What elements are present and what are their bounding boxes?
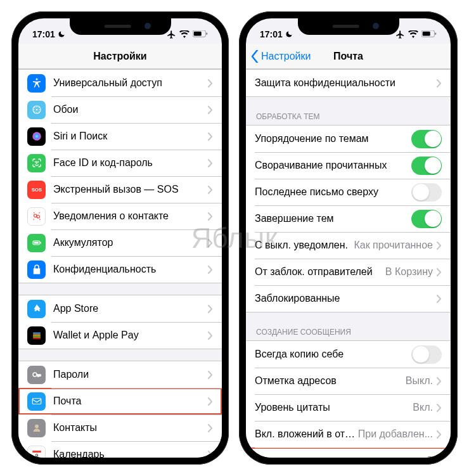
svg-rect-1 — [194, 32, 202, 36]
svg-point-9 — [37, 215, 40, 219]
settings-row-wallet[interactable]: Wallet и Apple Pay — [18, 322, 222, 349]
mail-settings-list[interactable]: Защита конфиденциальностиОБРАБОТКА ТЕМУп… — [246, 69, 451, 458]
row-label: Заблокированные — [255, 293, 437, 304]
row-label: Универсальный доступ — [53, 77, 208, 89]
row-label: Siri и Поиск — [53, 131, 208, 142]
toggle-switch[interactable] — [411, 157, 442, 175]
mail-row[interactable]: Подпись5 — [246, 447, 451, 458]
mail-icon — [27, 392, 46, 411]
status-time: 17:01 — [32, 29, 55, 39]
svg-rect-15 — [33, 337, 41, 338]
airplane-icon — [395, 30, 405, 39]
exposure-icon — [27, 207, 46, 226]
settings-row-exposure[interactable]: Уведомления о контакте — [18, 203, 222, 229]
mail-row[interactable]: Всегда копию себе — [246, 341, 451, 368]
row-detail: При добавлен... — [358, 428, 433, 440]
accessibility-icon — [27, 74, 46, 93]
row-label: App Store — [53, 303, 208, 314]
battery-icon — [421, 30, 437, 38]
section-header: СОЗДАНИЕ СООБЩЕНИЯ — [246, 324, 451, 340]
chevron-right-icon — [208, 132, 213, 141]
chevron-right-icon — [208, 106, 213, 114]
chevron-right-icon — [437, 268, 442, 276]
svg-point-5 — [35, 109, 37, 111]
status-time: 17:01 — [260, 29, 283, 39]
sos-icon: SOS — [27, 181, 46, 199]
settings-row-faceid[interactable]: Face ID и код-пароль — [18, 150, 222, 176]
settings-row-battery[interactable]: Аккумулятор — [18, 229, 222, 256]
settings-row-siri[interactable]: Siri и Поиск — [18, 123, 222, 150]
toggle-switch[interactable] — [411, 210, 442, 228]
svg-point-6 — [32, 132, 41, 141]
row-label: Контакты — [53, 422, 208, 434]
appstore-icon — [27, 300, 46, 318]
row-label: Защита конфиденциальности — [255, 77, 437, 89]
back-button[interactable]: Настройки — [246, 50, 311, 63]
faceid-icon — [27, 154, 46, 172]
settings-list[interactable]: Универсальный доступОбоиSiri и ПоискFace… — [18, 69, 222, 458]
settings-row-passwords[interactable]: Пароли — [18, 361, 222, 388]
settings-row-wallpaper[interactable]: Обои — [18, 96, 222, 123]
chevron-right-icon — [208, 266, 213, 274]
mail-row[interactable]: Отметка адресовВыкл. — [246, 368, 451, 394]
settings-row-accessibility[interactable]: Универсальный доступ — [18, 70, 222, 96]
mail-row[interactable]: Уровень цитатыВкл. — [246, 394, 451, 421]
row-label: Пароли — [53, 369, 208, 380]
row-label: Почта — [53, 396, 208, 407]
row-label: Упорядочение по темам — [255, 133, 411, 145]
battery-icon — [193, 30, 208, 38]
mail-row[interactable]: Заблокированные — [246, 285, 451, 312]
row-label: Подпись — [255, 455, 427, 458]
page-title: Настройки — [18, 51, 222, 62]
svg-rect-18 — [32, 399, 41, 404]
row-label: Face ID и код-пароль — [53, 157, 208, 169]
svg-text:9: 9 — [35, 453, 38, 458]
settings-row-contacts[interactable]: Контакты — [18, 415, 222, 441]
wallpaper-icon — [27, 101, 46, 119]
row-detail: Как прочитанное — [354, 240, 433, 251]
svg-point-17 — [33, 373, 37, 376]
row-label: Уведомления о контакте — [53, 210, 208, 222]
chevron-right-icon — [208, 451, 213, 458]
phone-frame-left: 17:01 Настройки Универсальный доступОбои… — [11, 11, 229, 465]
settings-row-mail[interactable]: Почта — [18, 388, 222, 415]
mail-row[interactable]: От заблок. отправителейВ Корзину — [246, 259, 451, 285]
chevron-right-icon — [208, 305, 213, 313]
mail-row[interactable]: Завершение тем — [246, 205, 451, 232]
back-label: Настройки — [261, 51, 311, 62]
mail-row[interactable]: Сворачивание прочитанных — [246, 152, 451, 179]
svg-rect-2 — [206, 32, 207, 34]
chevron-right-icon — [437, 457, 442, 458]
chevron-right-icon — [437, 377, 442, 385]
mail-row[interactable]: Упорядочение по темам — [246, 125, 451, 152]
svg-point-8 — [34, 214, 37, 217]
toggle-switch[interactable] — [411, 130, 442, 148]
row-label: Завершение тем — [255, 213, 411, 224]
row-label: Wallet и Apple Pay — [53, 330, 208, 341]
svg-text:SOS: SOS — [32, 187, 42, 193]
mail-row[interactable]: Вкл. вложений в ответПри добавлен... — [246, 421, 451, 447]
chevron-right-icon — [208, 371, 213, 379]
settings-row-appstore[interactable]: App Store — [18, 295, 222, 322]
wifi-icon — [408, 30, 418, 38]
row-label: С выкл. уведомлен. — [255, 240, 354, 251]
toggle-switch[interactable] — [411, 345, 442, 364]
toggle-switch[interactable] — [411, 183, 442, 202]
siri-icon — [27, 127, 46, 146]
mail-row[interactable]: С выкл. уведомлен.Как прочитанное — [246, 232, 451, 259]
mail-row[interactable]: Защита конфиденциальности — [246, 70, 451, 96]
mail-row[interactable]: Последнее письмо сверху — [246, 179, 451, 205]
row-label: Сворачивание прочитанных — [255, 160, 411, 171]
settings-row-calendar[interactable]: 9Календарь — [18, 441, 222, 458]
settings-row-sos[interactable]: SOSЭкстренный вызов — SOS — [18, 176, 222, 203]
svg-rect-28 — [435, 32, 436, 34]
wifi-icon — [179, 30, 190, 38]
row-detail: В Корзину — [385, 266, 433, 278]
section-header: ОБРАБОТКА ТЕМ — [246, 108, 451, 125]
settings-row-privacy[interactable]: Конфиденциальность — [18, 256, 222, 283]
svg-rect-27 — [423, 32, 430, 36]
svg-point-19 — [35, 425, 39, 428]
moon-icon — [285, 30, 293, 38]
row-detail: 5 — [427, 455, 433, 458]
chevron-right-icon — [208, 159, 213, 167]
